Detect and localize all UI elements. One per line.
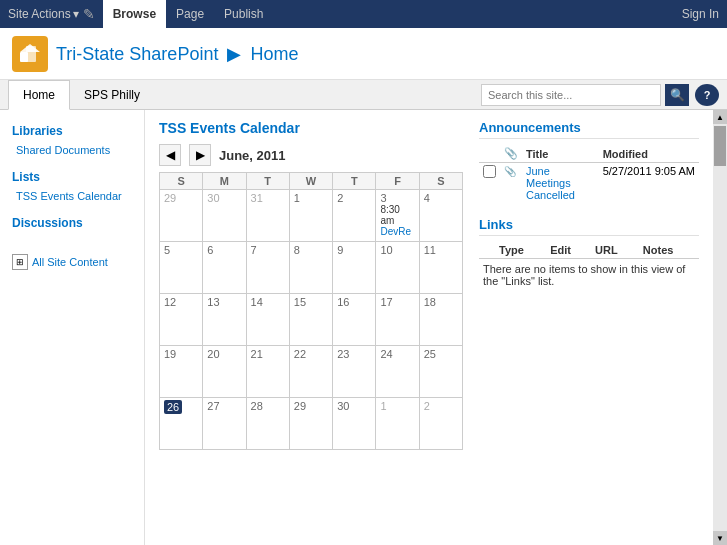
calendar-prev-button[interactable]: ◀ — [159, 144, 181, 166]
table-row: 38:30 amDevRe — [376, 190, 419, 242]
page-name: Home — [250, 44, 298, 64]
all-site-content-link[interactable]: ⊞ All Site Content — [0, 250, 144, 274]
announcements-table: 📎 Title Modified 📎 June Meetin — [479, 145, 699, 203]
table-row: 31 — [246, 190, 289, 242]
links-col-edit: Edit — [546, 242, 591, 259]
scroll-up-arrow[interactable]: ▲ — [713, 110, 727, 124]
table-row: 11 — [419, 242, 462, 294]
help-button[interactable]: ? — [695, 84, 719, 106]
site-logo — [12, 36, 48, 72]
announce-col-title: Title — [522, 145, 599, 163]
table-row: 20 — [203, 346, 246, 398]
all-site-content-label: All Site Content — [32, 256, 108, 268]
table-row: 24 — [376, 346, 419, 398]
cal-header-thu: T — [333, 173, 376, 190]
site-actions-label: Site Actions — [8, 7, 71, 21]
links-col-type: Type — [495, 242, 546, 259]
table-row: 18 — [419, 294, 462, 346]
sidebar-section-libraries[interactable]: Libraries — [0, 120, 144, 142]
cal-header-wed: W — [289, 173, 332, 190]
sidebar-item-shared-docs[interactable]: Shared Documents — [0, 142, 144, 158]
second-nav: Home SPS Philly 🔍 ? — [0, 80, 727, 110]
links-section: Links Type Edit URL Notes There are no i… — [479, 217, 699, 291]
links-table: Type Edit URL Notes — [479, 242, 699, 259]
table-row: 19 — [160, 346, 203, 398]
table-row: 21 — [246, 346, 289, 398]
links-col-url: URL — [591, 242, 639, 259]
table-row: 14 — [246, 294, 289, 346]
table-row: 25 — [419, 346, 462, 398]
cal-header-sun: S — [160, 173, 203, 190]
announce-col-attach: 📎 — [500, 145, 522, 163]
second-nav-tabs: Home SPS Philly — [8, 80, 481, 110]
breadcrumb-separator: ▶ — [227, 44, 246, 64]
search-button[interactable]: 🔍 — [665, 84, 689, 106]
table-row: 8 — [289, 242, 332, 294]
tab-page[interactable]: Page — [166, 0, 214, 28]
site-actions-dropdown-arrow: ▾ — [73, 7, 79, 21]
cal-header-mon: M — [203, 173, 246, 190]
tab-publish[interactable]: Publish — [214, 0, 273, 28]
scrollbar: ▲ ▼ — [713, 110, 727, 545]
table-row: 27 — [203, 398, 246, 450]
table-row: 23 — [333, 346, 376, 398]
links-empty-message: There are no items to show in this view … — [479, 259, 699, 291]
scroll-thumb[interactable] — [714, 126, 726, 166]
top-bar-left: Site Actions ▾ ✎ Browse Page Publish — [8, 0, 273, 28]
links-col-notes: Notes — [639, 242, 699, 259]
all-site-icon: ⊞ — [12, 254, 28, 270]
table-row: 29 — [160, 190, 203, 242]
announce-row: 📎 June Meetings Cancelled 5/27/2011 9:05… — [479, 163, 699, 204]
top-tab-nav: Browse Page Publish — [103, 0, 274, 28]
announce-row-checkbox[interactable] — [483, 165, 496, 178]
table-row: 29 — [289, 398, 332, 450]
cal-header-tue: T — [246, 173, 289, 190]
table-row: 1 — [289, 190, 332, 242]
sign-in-button[interactable]: Sign In — [682, 7, 719, 21]
sidebar-section-lists[interactable]: Lists — [0, 166, 144, 188]
second-nav-tab-home[interactable]: Home — [8, 80, 70, 110]
cal-header-sat: S — [419, 173, 462, 190]
table-row: 6 — [203, 242, 246, 294]
site-title: Tri-State SharePoint ▶ Home — [56, 43, 298, 65]
table-row: 5 — [160, 242, 203, 294]
table-row: 22 — [289, 346, 332, 398]
content-area: TSS Events Calendar ◀ ▶ June, 2011 S M T… — [145, 110, 713, 545]
table-row: 30 — [203, 190, 246, 242]
table-row: 9 — [333, 242, 376, 294]
table-row: 15 — [289, 294, 332, 346]
second-nav-tab-sps[interactable]: SPS Philly — [70, 80, 154, 110]
scroll-down-arrow[interactable]: ▼ — [713, 531, 727, 545]
svg-marker-2 — [20, 44, 40, 52]
links-col-check — [479, 242, 495, 259]
sidebar-item-tss-calendar[interactable]: TSS Events Calendar — [0, 188, 144, 204]
announcements-section: Announcements 📎 Title Modified — [479, 120, 699, 203]
table-row: 10 — [376, 242, 419, 294]
tab-browse[interactable]: Browse — [103, 0, 166, 28]
table-row: 26 — [160, 398, 203, 450]
right-panel: Announcements 📎 Title Modified — [479, 120, 699, 535]
sidebar-section-discussions[interactable]: Discussions — [0, 212, 144, 234]
announce-row-title-link[interactable]: June Meetings Cancelled — [526, 165, 595, 201]
calendar-next-button[interactable]: ▶ — [189, 144, 211, 166]
calendar-nav: ◀ ▶ June, 2011 — [159, 144, 463, 166]
table-row: 2 — [333, 190, 376, 242]
edit-icon-button[interactable]: ✎ — [83, 6, 95, 22]
links-title: Links — [479, 217, 699, 236]
sidebar: Libraries Shared Documents Lists TSS Eve… — [0, 110, 145, 545]
table-row: 17 — [376, 294, 419, 346]
calendar-title: TSS Events Calendar — [159, 120, 463, 136]
table-row: 16 — [333, 294, 376, 346]
main-layout: Libraries Shared Documents Lists TSS Eve… — [0, 110, 727, 545]
site-actions-button[interactable]: Site Actions ▾ — [8, 7, 79, 21]
table-row: 13 — [203, 294, 246, 346]
table-row: 2 — [419, 398, 462, 450]
calendar-table: S M T W T F S 2930311238:30 amDevRe45678… — [159, 172, 463, 450]
search-input[interactable] — [481, 84, 661, 106]
top-bar: Site Actions ▾ ✎ Browse Page Publish Sig… — [0, 0, 727, 28]
calendar-month-label: June, 2011 — [219, 148, 286, 163]
header-area: Tri-State SharePoint ▶ Home — [0, 28, 727, 80]
announce-row-modified: 5/27/2011 9:05 AM — [599, 163, 699, 204]
calendar-section: TSS Events Calendar ◀ ▶ June, 2011 S M T… — [159, 120, 463, 535]
table-row: 12 — [160, 294, 203, 346]
